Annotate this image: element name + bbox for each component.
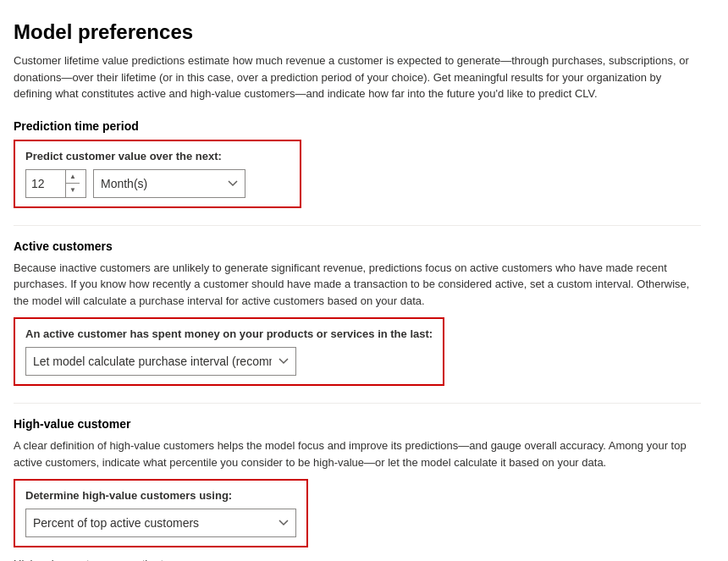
spinner-down-button[interactable]: ▼	[66, 184, 80, 197]
period-select[interactable]: Month(s) Year(s) Week(s)	[93, 169, 245, 198]
high-value-description: A clear definition of high-value custome…	[14, 437, 701, 470]
active-customers-box-label: An active customer has spent money on yo…	[25, 327, 433, 340]
divider-2	[14, 403, 701, 404]
active-customers-box: An active customer has spent money on yo…	[14, 317, 444, 386]
prediction-box: Predict customer value over the next: ▲ …	[14, 140, 301, 208]
divider-1	[14, 225, 701, 226]
interval-select[interactable]: Let model calculate purchase interval (r…	[25, 347, 296, 376]
spinner-up-button[interactable]: ▲	[66, 170, 80, 184]
high-value-section: High-value customer A clear definition o…	[14, 417, 701, 561]
prediction-value-spinner: ▲ ▼	[25, 169, 86, 198]
page-title: Model preferences	[14, 20, 701, 44]
prediction-section-title: Prediction time period	[14, 119, 701, 133]
active-customers-section: Active customers Because inactive custom…	[14, 239, 701, 387]
page-description: Customer lifetime value predictions esti…	[14, 52, 701, 102]
highvalue-select[interactable]: Percent of top active customers Let mode…	[25, 509, 296, 537]
percent-container: High-value customers are the top: % of a…	[14, 558, 701, 561]
prediction-box-label: Predict customer value over the next:	[25, 150, 290, 162]
percent-label: High-value customers are the top:	[14, 558, 701, 561]
prediction-section: Prediction time period Predict customer …	[14, 119, 701, 208]
high-value-box-label: Determine high-value customers using:	[25, 489, 296, 502]
high-value-box: Determine high-value customers using: Pe…	[14, 479, 308, 547]
active-customers-description: Because inactive customers are unlikely …	[14, 260, 701, 310]
spinner-buttons: ▲ ▼	[65, 170, 80, 197]
prediction-controls: ▲ ▼ Month(s) Year(s) Week(s)	[25, 169, 290, 198]
high-value-title: High-value customer	[14, 417, 701, 431]
prediction-value-input[interactable]	[26, 170, 65, 197]
active-customers-title: Active customers	[14, 239, 701, 253]
